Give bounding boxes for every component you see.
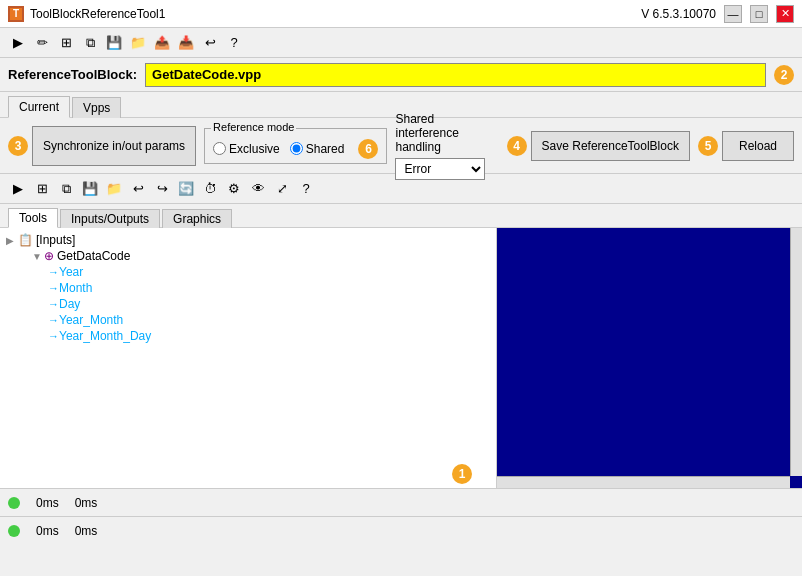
resize-icon[interactable]: ⤢: [272, 179, 292, 199]
close-button[interactable]: ✕: [776, 5, 794, 23]
maximize-button[interactable]: □: [750, 5, 768, 23]
tree-month[interactable]: → Month: [4, 280, 492, 296]
reload-button[interactable]: Reload: [722, 131, 794, 161]
tab-vpps[interactable]: Vpps: [72, 97, 121, 118]
tree-yearmonth[interactable]: → Year_Month: [4, 312, 492, 328]
badge-4: 4: [507, 136, 527, 156]
main-area: ▶ 📋 [Inputs] ▼ ⊕ GetDataCode → Year → Mo…: [0, 228, 802, 488]
grid-icon[interactable]: ⊞: [56, 33, 76, 53]
horizontal-scrollbar[interactable]: [497, 476, 790, 488]
timer-icon[interactable]: ⏱: [200, 179, 220, 199]
import-icon[interactable]: 📥: [176, 33, 196, 53]
run-icon[interactable]: ▶: [8, 33, 28, 53]
tree-root-label: [Inputs]: [36, 233, 75, 247]
toolbar1: ▶ ✏ ⊞ ⧉ 💾 📁 📤 📥 ↩ ?: [0, 28, 802, 58]
tree-root[interactable]: ▶ 📋 [Inputs]: [4, 232, 492, 248]
save-refblock-button[interactable]: Save ReferenceToolBlock: [531, 131, 690, 161]
ref-mode-group: Reference mode Exclusive Shared 6: [204, 128, 387, 164]
badge-3: 3: [8, 136, 28, 156]
folder2-icon[interactable]: 📁: [104, 179, 124, 199]
help-icon[interactable]: ?: [224, 33, 244, 53]
grid2-icon[interactable]: ⊞: [32, 179, 52, 199]
tab-current[interactable]: Current: [8, 96, 70, 118]
inner-tab-tools[interactable]: Tools: [8, 208, 58, 228]
shared-label: Shared: [306, 142, 345, 156]
export-icon[interactable]: 📤: [152, 33, 172, 53]
window-title: ToolBlockReferenceTool1: [30, 7, 165, 21]
settings-icon[interactable]: ⚙: [224, 179, 244, 199]
status-time1: 0ms: [36, 496, 59, 510]
help2-icon[interactable]: ?: [296, 179, 316, 199]
ref-mode-label: Reference mode: [211, 121, 296, 133]
vertical-scrollbar[interactable]: [790, 228, 802, 476]
tree-day[interactable]: → Day: [4, 296, 492, 312]
tree-panel: ▶ 📋 [Inputs] ▼ ⊕ GetDataCode → Year → Mo…: [0, 228, 497, 488]
tree-yearmonthday[interactable]: → Year_Month_Day: [4, 328, 492, 344]
inner-tab-io[interactable]: Inputs/Outputs: [60, 209, 160, 228]
tree-year[interactable]: → Year: [4, 264, 492, 280]
interference-select[interactable]: Error: [395, 158, 485, 180]
options-bar: 3 Synchronize in/out params Reference mo…: [0, 118, 802, 174]
status-time3: 0ms: [36, 524, 59, 538]
exclusive-option[interactable]: Exclusive: [213, 142, 280, 156]
refresh-icon[interactable]: 🔄: [176, 179, 196, 199]
save-icon[interactable]: 💾: [104, 33, 124, 53]
refblock-bar: ReferenceToolBlock: 2: [0, 58, 802, 92]
tree-yearmonthday-label: Year_Month_Day: [59, 329, 151, 343]
interference-group: Shared interference handling Error: [395, 112, 498, 180]
badge-2: 2: [774, 65, 794, 85]
refblock-label: ReferenceToolBlock:: [8, 67, 137, 82]
save2-icon[interactable]: 📁: [128, 33, 148, 53]
badge-6: 6: [358, 139, 378, 159]
tree-child1-label: GetDataCode: [57, 249, 130, 263]
preview-panel: [497, 228, 802, 488]
return-icon[interactable]: ↩: [200, 33, 220, 53]
shared-radio[interactable]: [290, 142, 303, 155]
eye-icon[interactable]: 👁: [248, 179, 268, 199]
redo-icon[interactable]: ↪: [152, 179, 172, 199]
tree-getdatacode[interactable]: ▼ ⊕ GetDataCode: [4, 248, 492, 264]
interference-label: Shared interference handling: [395, 112, 498, 154]
sync-button[interactable]: Synchronize in/out params: [32, 126, 196, 166]
tree-yearmonth-label: Year_Month: [59, 313, 123, 327]
version-label: V 6.5.3.10070: [641, 7, 716, 21]
inner-tabs-row: Tools Inputs/Outputs Graphics: [0, 204, 802, 228]
badge-5: 5: [698, 136, 718, 156]
tree-day-label: Day: [59, 297, 80, 311]
copy-icon[interactable]: ⧉: [80, 33, 100, 53]
exclusive-radio[interactable]: [213, 142, 226, 155]
inner-tab-graphics[interactable]: Graphics: [162, 209, 232, 228]
status-indicator: [8, 497, 20, 509]
badge-1: 1: [452, 464, 472, 484]
edit-icon[interactable]: ✏: [32, 33, 52, 53]
tree-year-label: Year: [59, 265, 83, 279]
app-icon: T: [8, 6, 24, 22]
status-time4: 0ms: [75, 524, 98, 538]
copy2-icon[interactable]: ⧉: [56, 179, 76, 199]
status-indicator2: [8, 525, 20, 537]
shared-option[interactable]: Shared: [290, 142, 345, 156]
titlebar: T ToolBlockReferenceTool1 V 6.5.3.10070 …: [0, 0, 802, 28]
tree-month-label: Month: [59, 281, 92, 295]
run2-icon[interactable]: ▶: [8, 179, 28, 199]
status-time2: 0ms: [75, 496, 98, 510]
undo-icon[interactable]: ↩: [128, 179, 148, 199]
minimize-button[interactable]: —: [724, 5, 742, 23]
exclusive-label: Exclusive: [229, 142, 280, 156]
save3-icon[interactable]: 💾: [80, 179, 100, 199]
statusbar-row1: 0ms 0ms: [0, 488, 802, 516]
refblock-input[interactable]: [145, 63, 766, 87]
statusbar-row2: 0ms 0ms: [0, 516, 802, 544]
